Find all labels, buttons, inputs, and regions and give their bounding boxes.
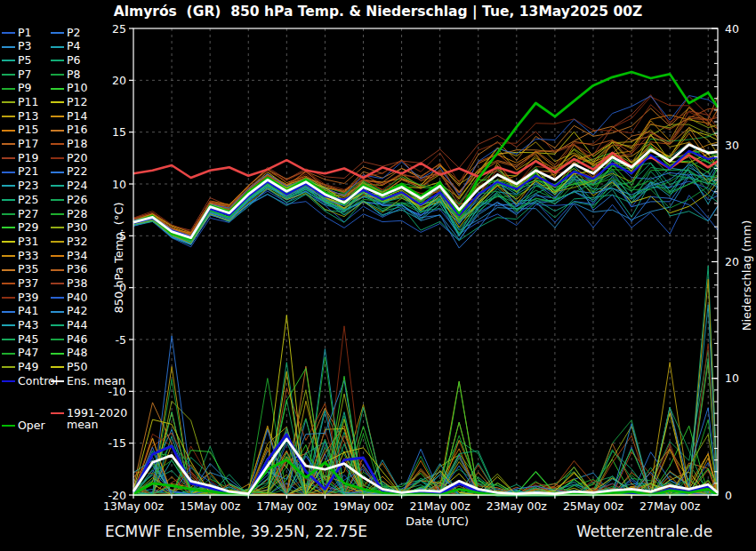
tick-label: 20 [112,74,126,87]
tick-label: 23May 00z [487,499,548,513]
temp-axis-label: 850 hPa Temp. (°C) [112,202,125,313]
tick-label: 25May 00z [563,499,624,513]
footer-model-location: ECMWF Ensemble, 39.25N, 22.75E [105,523,367,540]
tick-label: -10 [109,385,126,398]
tick-label: 15May 00z [180,499,241,513]
tick-label: 30 [725,139,739,152]
tick-label: 21May 00z [410,499,471,513]
tick-label: 0 [725,489,732,502]
tick-label: 27May 00z [639,499,701,513]
tick-label: 10 [725,371,739,385]
footer-site-credit: Wetterzentrale.de [576,523,712,540]
x-axis-label: Date (UTC) [406,515,469,528]
precip-axis-label: Niederschlag (mm) [740,220,753,331]
tick-label: 19May 00z [333,499,394,513]
tick-label: 20 [725,255,739,268]
tick-label: 25 [112,22,126,36]
tick-label: 13May 00z [103,499,165,513]
tick-label: 15 [112,125,126,139]
tick-label: 10 [112,178,126,191]
tick-label: 17May 00z [256,499,318,513]
tick-label: -5 [116,333,126,347]
tick-label: 40 [725,22,739,36]
meteogram-page: Almyrós (GR) 850 hPa Temp. & Niederschla… [0,0,756,551]
tick-label: -15 [109,436,126,450]
